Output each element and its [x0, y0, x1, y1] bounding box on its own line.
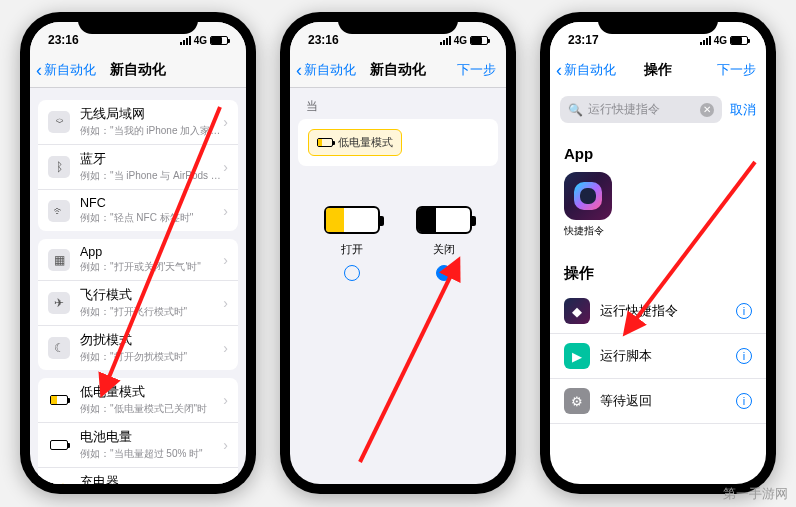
notch [78, 12, 198, 34]
content: 当 低电量模式 打开 关闭 [290, 88, 506, 484]
pill-label: 低电量模式 [338, 135, 393, 150]
nav-bar: ‹ 新自动化 新自动化 [30, 52, 246, 88]
chevron-right-icon: › [223, 482, 228, 484]
content[interactable]: App 快捷指令 操作 ◆ 运行快捷指令 i ▶ 运行脚本 i ⚙ [550, 131, 766, 484]
nfc-icon: ᯤ [48, 200, 70, 222]
cancel-button[interactable]: 取消 [730, 101, 756, 119]
chevron-right-icon: › [223, 203, 228, 219]
op-run-script[interactable]: ▶ 运行脚本 i [550, 334, 766, 379]
group-network: ⌔ 无线局域网 例如："当我的 iPhone 加入家庭局域网时" › ᛒ 蓝牙 … [38, 100, 238, 231]
battery-on-icon [324, 206, 380, 234]
back-button[interactable]: ‹ 新自动化 [36, 61, 96, 79]
nav-title: 新自动化 [110, 61, 166, 79]
shortcut-icon: ◆ [564, 298, 590, 324]
row-title: 勿扰模式 [80, 332, 223, 349]
signal-icon [440, 36, 451, 45]
options: 打开 关闭 [290, 206, 506, 281]
row-sub: 例如："轻点 NFC 标签时" [80, 211, 223, 225]
chevron-left-icon: ‹ [296, 61, 302, 79]
nav-title: 新自动化 [370, 61, 426, 79]
phone-3: 23:17 4G ‹ 新自动化 操作 下一步 🔍 运行快捷指令 ✕ 取消 [540, 12, 776, 494]
radio-unchecked[interactable] [344, 265, 360, 281]
status-time: 23:16 [308, 33, 339, 47]
charger-icon: ⚡ [48, 479, 70, 484]
status-time: 23:16 [48, 33, 79, 47]
search-input[interactable]: 🔍 运行快捷指令 ✕ [560, 96, 722, 123]
signal-icon [180, 36, 191, 45]
search-icon: 🔍 [568, 103, 583, 117]
row-charger[interactable]: ⚡ 充电器 例如："iPhone 接入电源时" › [38, 467, 238, 484]
row-bluetooth[interactable]: ᛒ 蓝牙 例如："当 iPhone 与 AirPods 连接时" › [38, 144, 238, 189]
row-airplane[interactable]: ✈ 飞行模式 例如："打开飞行模式时" › [38, 280, 238, 325]
battery-icon [730, 36, 748, 45]
info-icon[interactable]: i [736, 393, 752, 409]
option-on[interactable]: 打开 [324, 206, 380, 281]
group-modes: ▦ App 例如："打开或关闭'天气'时" › ✈ 飞行模式 例如："打开飞行模… [38, 239, 238, 370]
low-power-pill[interactable]: 低电量模式 [308, 129, 402, 156]
back-label: 新自动化 [564, 61, 616, 79]
row-sub: 例如："当 iPhone 与 AirPods 连接时" [80, 169, 223, 183]
next-button[interactable]: 下一步 [457, 61, 496, 79]
chevron-right-icon: › [223, 437, 228, 453]
row-title: 飞行模式 [80, 287, 223, 304]
option-label: 关闭 [433, 242, 455, 257]
signal-icon [700, 36, 711, 45]
battery-off-icon [416, 206, 472, 234]
app-tile-label: 快捷指令 [564, 224, 752, 238]
screen: 23:16 4G ‹ 新自动化 新自动化 ⌔ 无线局域网 例如："当我的 iPh… [30, 22, 246, 484]
battery-level-icon [48, 434, 70, 456]
back-button[interactable]: ‹ 新自动化 [296, 61, 356, 79]
row-wifi[interactable]: ⌔ 无线局域网 例如："当我的 iPhone 加入家庭局域网时" › [38, 100, 238, 144]
group-power: 低电量模式 例如："低电量模式已关闭"时 › 电池电量 例如："当电量超过 50… [38, 378, 238, 484]
battery-icon [470, 36, 488, 45]
row-title: 蓝牙 [80, 151, 223, 168]
content[interactable]: ⌔ 无线局域网 例如："当我的 iPhone 加入家庭局域网时" › ᛒ 蓝牙 … [30, 88, 246, 484]
op-title: 运行脚本 [600, 347, 726, 365]
row-sub: 例如："打开或关闭'天气'时" [80, 260, 223, 274]
status-time: 23:17 [568, 33, 599, 47]
op-title: 等待返回 [600, 392, 726, 410]
wait-icon: ⚙ [564, 388, 590, 414]
phone-2: 23:16 4G ‹ 新自动化 新自动化 下一步 当 低电量模式 [280, 12, 516, 494]
row-title: 无线局域网 [80, 106, 223, 123]
network-label: 4G [714, 35, 727, 46]
status-right: 4G [440, 35, 488, 46]
option-label: 打开 [341, 242, 363, 257]
row-sub: 例如："打开飞行模式时" [80, 305, 223, 319]
app-tile-shortcuts[interactable]: 快捷指令 [550, 168, 766, 250]
back-label: 新自动化 [44, 61, 96, 79]
nav-bar: ‹ 新自动化 操作 下一步 [550, 52, 766, 88]
nav-bar: ‹ 新自动化 新自动化 下一步 [290, 52, 506, 88]
info-icon[interactable]: i [736, 348, 752, 364]
chevron-left-icon: ‹ [556, 61, 562, 79]
row-battery-level[interactable]: 电池电量 例如："当电量超过 50% 时" › [38, 422, 238, 467]
row-dnd[interactable]: ☾ 勿扰模式 例如："打开勿扰模式时" › [38, 325, 238, 370]
op-run-shortcut[interactable]: ◆ 运行快捷指令 i [550, 289, 766, 334]
op-title: 运行快捷指令 [600, 302, 726, 320]
screen: 23:16 4G ‹ 新自动化 新自动化 下一步 当 低电量模式 [290, 22, 506, 484]
radio-checked[interactable] [436, 265, 452, 281]
back-button[interactable]: ‹ 新自动化 [556, 61, 616, 79]
bluetooth-icon: ᛒ [48, 156, 70, 178]
row-sub: 例如："当我的 iPhone 加入家庭局域网时" [80, 124, 223, 138]
condition-row: 低电量模式 [298, 119, 498, 166]
airplane-icon: ✈ [48, 292, 70, 314]
option-off[interactable]: 关闭 [416, 206, 472, 281]
row-title: App [80, 245, 223, 259]
chevron-right-icon: › [223, 252, 228, 268]
section-when-label: 当 [306, 98, 490, 115]
row-title: 充电器 [80, 474, 223, 484]
row-app[interactable]: ▦ App 例如："打开或关闭'天气'时" › [38, 239, 238, 280]
script-icon: ▶ [564, 343, 590, 369]
info-icon[interactable]: i [736, 303, 752, 319]
row-low-power[interactable]: 低电量模式 例如："低电量模式已关闭"时 › [38, 378, 238, 422]
status-right: 4G [700, 35, 748, 46]
clear-icon[interactable]: ✕ [700, 103, 714, 117]
next-button[interactable]: 下一步 [717, 61, 756, 79]
op-wait-return[interactable]: ⚙ 等待返回 i [550, 379, 766, 424]
row-nfc[interactable]: ᯤ NFC 例如："轻点 NFC 标签时" › [38, 189, 238, 231]
app-icon: ▦ [48, 249, 70, 271]
row-title: 电池电量 [80, 429, 223, 446]
nav-title: 操作 [644, 61, 672, 79]
chevron-right-icon: › [223, 114, 228, 130]
